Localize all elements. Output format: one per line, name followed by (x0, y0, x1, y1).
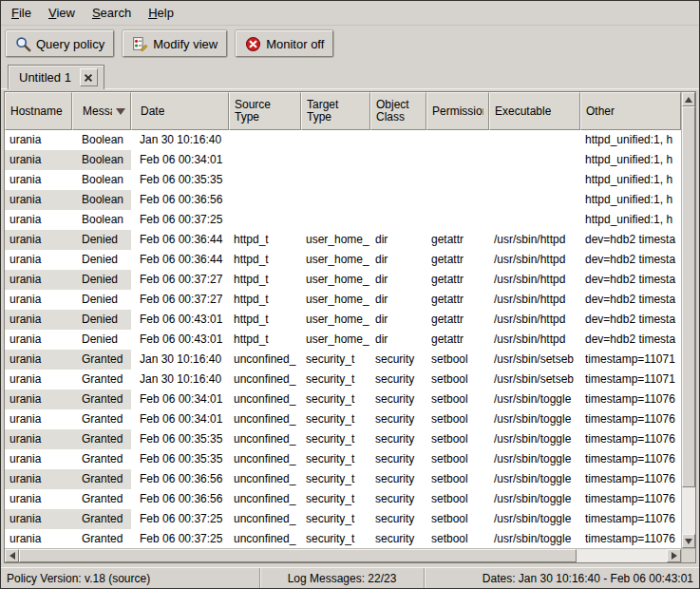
vertical-scroll-thumb[interactable] (682, 106, 695, 487)
tab-untitled-1[interactable]: Untitled 1 (8, 65, 104, 89)
table-row[interactable]: uraniaGrantedFeb 06 00:37:25unconfined_s… (5, 509, 681, 529)
cell-source-type: httpd_t (229, 250, 301, 270)
table-row[interactable]: uraniaBooleanFeb 06 00:37:25httpd_unifie… (5, 210, 681, 230)
horizontal-scroll-thumb[interactable] (19, 549, 577, 562)
menu-view[interactable]: View (40, 2, 84, 24)
scroll-left-button[interactable] (5, 549, 19, 562)
table-row[interactable]: uraniaDeniedFeb 06 00:36:44httpd_tuser_h… (5, 250, 681, 270)
table-row[interactable]: uraniaDeniedFeb 06 00:43:01httpd_tuser_h… (5, 330, 681, 350)
cell-object-class: dir (370, 250, 426, 270)
table-body: uraniaBooleanJan 30 10:16:40httpd_unifie… (5, 130, 681, 548)
cell-object-class (370, 130, 426, 150)
arrow-up-icon (685, 97, 692, 103)
cell-target-type: user_home_ (301, 230, 370, 250)
table-row[interactable]: uraniaGrantedFeb 06 00:37:25unconfined_s… (5, 529, 681, 548)
table-row[interactable]: uraniaDeniedFeb 06 00:43:01httpd_tuser_h… (5, 310, 681, 330)
table-row[interactable]: uraniaGrantedFeb 06 00:34:01unconfined_s… (5, 390, 681, 409)
cell-other: httpd_unified:1, h (580, 130, 681, 150)
table-row[interactable]: uraniaDeniedFeb 06 00:37:27httpd_tuser_h… (5, 270, 681, 290)
cell-message: Boolean (72, 150, 131, 170)
cell-target-type: security_t (301, 529, 370, 548)
scroll-right-button[interactable] (667, 549, 681, 562)
cell-source-type: httpd_t (229, 310, 301, 330)
query-policy-button[interactable]: Query policy (6, 30, 114, 57)
modify-view-button[interactable]: Modify view (123, 30, 227, 57)
vertical-scroll-track[interactable] (682, 106, 695, 534)
table-row[interactable]: uraniaGrantedJan 30 10:16:40unconfined_s… (5, 370, 681, 390)
column-header-label: Hostname (10, 105, 63, 118)
cell-object-class: security (370, 529, 426, 548)
table-row[interactable]: uraniaGrantedFeb 06 00:36:56unconfined_s… (5, 489, 681, 509)
cell-target-type: user_home_ (301, 310, 370, 330)
scrollbar-corner (681, 548, 695, 562)
scroll-up-button[interactable] (682, 92, 695, 106)
horizontal-scrollbar[interactable] (5, 548, 681, 562)
arrow-right-icon (672, 552, 677, 560)
table-row[interactable]: uraniaBooleanJan 30 10:16:40httpd_unifie… (5, 130, 681, 150)
column-header-label: Executable (495, 105, 551, 118)
table-row[interactable]: uraniaGrantedFeb 06 00:35:35unconfined_s… (5, 429, 681, 449)
table-row[interactable]: uraniaDeniedFeb 06 00:37:27httpd_tuser_h… (5, 290, 681, 310)
tab-close-button[interactable] (80, 68, 98, 86)
cell-permission: setbool (426, 429, 489, 449)
column-header-other[interactable]: Other (580, 92, 681, 130)
vertical-scrollbar[interactable] (681, 92, 695, 548)
cell-source-type: unconfined_ (229, 509, 301, 529)
cell-hostname: urania (5, 350, 72, 370)
table-row[interactable]: uraniaGrantedFeb 06 00:34:01unconfined_s… (5, 409, 681, 429)
policy-version-status: Policy Version: v.18 (source) (1, 568, 259, 588)
horizontal-scroll-track[interactable] (19, 549, 667, 562)
cell-target-type: security_t (301, 409, 370, 429)
table-row[interactable]: uraniaBooleanFeb 06 00:35:35httpd_unifie… (5, 170, 681, 190)
cell-hostname: urania (5, 390, 72, 409)
cell-permission: setbool (426, 390, 489, 409)
cell-other: timestamp=11076 (580, 469, 681, 489)
cell-date: Feb 06 00:37:27 (131, 270, 229, 290)
toolbar: Query policy Modify view (1, 26, 699, 62)
table-row[interactable]: uraniaGrantedFeb 06 00:36:56unconfined_s… (5, 469, 681, 489)
table-row[interactable]: uraniaGrantedJan 30 10:16:40unconfined_s… (5, 350, 681, 370)
cell-executable: /usr/sbin/toggle (489, 469, 580, 489)
column-header-executable[interactable]: Executable (489, 92, 580, 130)
cell-date: Feb 06 00:34:01 (131, 409, 229, 429)
monitor-off-icon (245, 36, 261, 52)
scroll-down-button[interactable] (682, 534, 695, 548)
cell-permission (426, 150, 489, 170)
cell-permission: setbool (426, 409, 489, 429)
cell-target-type: user_home_ (301, 330, 370, 350)
column-header-date[interactable]: Date (131, 92, 229, 130)
column-header-label: Object Class (376, 99, 421, 124)
cell-message: Granted (72, 489, 131, 509)
cell-executable (489, 130, 580, 150)
column-header-message[interactable]: Messa (72, 92, 131, 130)
cell-other: httpd_unified:1, h (580, 190, 681, 210)
column-header-target-type[interactable]: Target Type (301, 92, 370, 130)
table-row[interactable]: uraniaDeniedFeb 06 00:36:44httpd_tuser_h… (5, 230, 681, 250)
menu-search[interactable]: Search (84, 2, 140, 24)
column-header-object-class[interactable]: Object Class (370, 92, 426, 130)
cell-object-class: security (370, 489, 426, 509)
cell-target-type: user_home_ (301, 270, 370, 290)
cell-executable: /usr/sbin/toggle (489, 489, 580, 509)
menu-file[interactable]: File (3, 2, 40, 24)
cell-other: timestamp=11071 (580, 370, 681, 390)
column-header-source-type[interactable]: Source Type (229, 92, 301, 130)
cell-source-type (229, 210, 301, 230)
menu-help[interactable]: Help (140, 2, 182, 24)
cell-other: timestamp=11071 (580, 350, 681, 370)
cell-message: Granted (72, 529, 131, 548)
cell-permission: getattr (426, 310, 489, 330)
column-header-hostname[interactable]: Hostname (5, 92, 72, 130)
cell-message: Granted (72, 429, 131, 449)
cell-hostname: urania (5, 509, 72, 529)
monitor-off-button[interactable]: Monitor off (236, 30, 333, 57)
cell-date: Feb 06 00:37:25 (131, 210, 229, 230)
column-header-permission[interactable]: Permission (426, 92, 489, 130)
cell-date: Feb 06 00:36:44 (131, 250, 229, 270)
table-row[interactable]: uraniaBooleanFeb 06 00:34:01httpd_unifie… (5, 150, 681, 170)
table-row[interactable]: uraniaGrantedFeb 06 00:35:35unconfined_s… (5, 449, 681, 469)
table-row[interactable]: uraniaBooleanFeb 06 00:36:56httpd_unifie… (5, 190, 681, 210)
cell-object-class (370, 210, 426, 230)
cell-source-type (229, 130, 301, 150)
cell-other: timestamp=11076 (580, 489, 681, 509)
